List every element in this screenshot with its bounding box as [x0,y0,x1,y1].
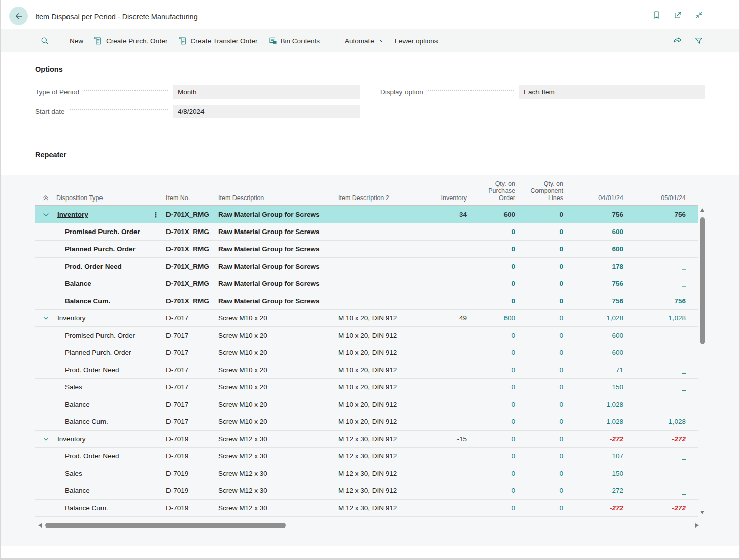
period-1-value-cell[interactable]: -272 [566,504,626,512]
period-1-value-cell[interactable]: -272 [566,435,626,443]
period-2-value-cell[interactable]: _ [626,383,689,391]
search-icon[interactable] [40,36,50,46]
qty-component-lines-cell[interactable]: 0 [518,332,566,339]
qty-purchase-order-cell[interactable]: 0 [470,280,518,287]
row-expand-chevron-icon[interactable] [35,314,56,322]
period-1-value-cell[interactable]: 756 [566,280,626,287]
table-row[interactable]: Prod. Order NeedD-701X_RMGRaw Material G… [35,258,698,275]
bin-contents-button[interactable]: Bin Contents [263,33,325,48]
bookmark-icon[interactable] [652,10,661,20]
new-button[interactable]: New [64,34,88,48]
vertical-scrollbar[interactable] [699,206,706,516]
qty-component-lines-cell[interactable]: 0 [518,487,566,495]
qty-component-lines-cell[interactable]: 0 [518,366,566,374]
period-2-value-cell[interactable]: _ [626,280,689,287]
collapse-all-icon[interactable] [35,193,56,205]
qty-component-lines-cell[interactable]: 0 [518,349,566,356]
row-expand-chevron-icon[interactable] [35,211,56,218]
qty-component-lines-cell[interactable]: 0 [518,245,566,253]
qty-component-lines-cell[interactable]: 0 [518,418,566,425]
collapse-window-icon[interactable] [694,10,704,20]
table-row[interactable]: Promised Purch. OrderD-7017Screw M10 x 2… [35,327,698,344]
qty-component-lines-cell[interactable]: 0 [518,228,566,236]
table-row[interactable]: Balance Cum.D-701X_RMGRaw Material Group… [35,292,698,310]
table-row[interactable]: Prod. Order NeedD-7019Screw M12 x 30M 12… [35,448,698,465]
column-header-item-no[interactable]: Item No. [164,194,214,205]
table-row[interactable]: InventoryD-7017Screw M10 x 20M 10 x 20, … [35,310,698,327]
qty-purchase-order-cell[interactable]: 0 [470,470,518,477]
qty-purchase-order-cell[interactable]: 0 [470,332,518,339]
column-header-item-description[interactable]: Item Description [214,194,335,205]
column-header-disposition-type[interactable]: Disposition Type [56,194,148,205]
period-2-value-cell[interactable]: _ [626,349,689,356]
qty-purchase-order-cell[interactable]: 0 [470,487,518,495]
qty-component-lines-cell[interactable]: 0 [518,452,566,460]
back-button[interactable] [9,7,28,25]
qty-component-lines-cell[interactable]: 0 [518,504,566,512]
fewer-options-button[interactable]: Fewer options [390,34,443,48]
disposition-type-cell[interactable]: Inventory [56,435,148,443]
table-row[interactable]: Prod. Order NeedD-7017Screw M10 x 20M 10… [35,361,698,379]
horizontal-scrollbar-thumb[interactable] [45,523,286,528]
period-2-value-cell[interactable]: _ [626,470,689,477]
period-2-value-cell[interactable]: _ [626,487,689,495]
period-1-value-cell[interactable]: 150 [566,470,626,477]
qty-component-lines-cell[interactable]: 0 [518,435,566,443]
qty-purchase-order-cell[interactable]: 0 [470,349,518,356]
table-row[interactable]: Planned Purch. OrderD-7017Screw M10 x 20… [35,344,698,361]
item-no-cell[interactable]: D-701X_RMG [164,211,214,218]
period-2-value-cell[interactable]: _ [626,262,689,270]
vertical-scrollbar-thumb[interactable] [700,217,705,344]
table-row[interactable]: SalesD-7017Screw M10 x 20M 10 x 20, DIN … [35,379,698,396]
period-2-value-cell[interactable]: 756 [626,297,689,305]
period-2-value-cell[interactable]: _ [626,332,689,339]
automate-menu-button[interactable]: Automate [340,34,390,48]
display-option-input[interactable]: Each Item [519,85,705,99]
period-1-value-cell[interactable]: 600 [566,228,626,236]
period-2-value-cell[interactable]: _ [626,452,689,460]
table-row[interactable]: Balance Cum.D-7019Screw M12 x 30M 12 x 3… [35,500,698,517]
table-row[interactable]: SalesD-7019Screw M12 x 30M 12 x 30, DIN … [35,465,698,482]
row-expand-chevron-icon[interactable] [35,435,56,443]
period-1-value-cell[interactable]: 600 [566,245,626,253]
qty-purchase-order-cell[interactable]: 0 [470,245,518,253]
scroll-down-arrow[interactable] [700,511,704,514]
qty-component-lines-cell[interactable]: 0 [518,297,566,305]
qty-component-lines-cell[interactable]: 0 [518,211,566,218]
qty-component-lines-cell[interactable]: 0 [518,262,566,270]
qty-purchase-order-cell[interactable]: 0 [470,228,518,236]
scroll-up-arrow[interactable] [700,208,704,212]
qty-purchase-order-cell[interactable]: 0 [470,452,518,460]
disposition-type-cell[interactable]: Inventory [56,314,148,322]
period-1-value-cell[interactable]: -272 [566,487,626,495]
share-icon[interactable] [672,36,683,46]
period-1-value-cell[interactable]: 600 [566,332,626,339]
disposition-type-cell[interactable]: Inventory [56,211,148,218]
qty-component-lines-cell[interactable]: 0 [518,280,566,287]
column-resize-handle[interactable] [214,177,214,192]
period-2-value-cell[interactable]: 1,028 [626,418,689,425]
period-2-value-cell[interactable]: _ [626,228,689,236]
qty-purchase-order-cell[interactable]: 600 [470,211,518,218]
horizontal-scrollbar[interactable] [37,522,700,529]
period-1-value-cell[interactable]: 178 [566,262,626,270]
period-2-value-cell[interactable]: _ [626,366,689,374]
qty-purchase-order-cell[interactable]: 0 [470,262,518,270]
table-row[interactable]: Inventory⋮D-701X_RMGRaw Material Group f… [35,206,698,223]
column-header-qty-purchase-order[interactable]: Qty. on Purchase Order [484,180,518,205]
table-row[interactable]: BalanceD-701X_RMGRaw Material Group for … [35,275,698,292]
period-1-value-cell[interactable]: 71 [566,366,626,374]
start-date-input[interactable]: 4/8/2024 [173,105,360,118]
qty-purchase-order-cell[interactable]: 0 [470,297,518,305]
column-header-qty-component-lines[interactable]: Qty. on Component Lines [528,180,566,205]
column-header-period-2[interactable]: 05/01/24 [626,194,689,205]
table-row[interactable]: Promised Purch. OrderD-701X_RMGRaw Mater… [35,223,698,241]
period-1-value-cell[interactable]: 600 [566,349,626,356]
filter-icon[interactable] [694,36,704,46]
qty-purchase-order-cell[interactable]: 0 [470,401,518,408]
qty-component-lines-cell[interactable]: 0 [518,401,566,408]
table-row[interactable]: BalanceD-7019Screw M12 x 30M 12 x 30, DI… [35,482,698,500]
column-header-inventory[interactable]: Inventory [422,194,470,205]
scroll-right-arrow[interactable] [695,523,699,528]
column-header-item-description-2[interactable]: Item Description 2 [335,194,422,205]
